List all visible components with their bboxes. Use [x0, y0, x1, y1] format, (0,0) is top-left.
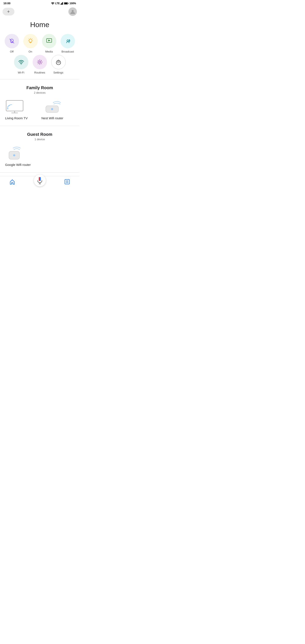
- svg-point-25: [39, 61, 41, 63]
- svg-line-33: [38, 63, 38, 64]
- wifi-circle: [14, 55, 28, 69]
- family-room-section: Family Room 2 devices Living Room TV: [0, 81, 80, 124]
- google-wifi-svg: [5, 144, 26, 161]
- settings-circle: [51, 55, 66, 69]
- home-nav-button[interactable]: [8, 178, 16, 186]
- action-on[interactable]: On: [23, 34, 38, 53]
- lte-label: LTE: [55, 2, 60, 5]
- guest-room-count: 1 device: [4, 138, 76, 141]
- lightbulb-off-icon: [9, 38, 15, 44]
- svg-rect-43: [12, 182, 13, 184]
- svg-rect-47: [40, 177, 41, 181]
- device-living-room-tv[interactable]: Living Room TV: [4, 98, 40, 122]
- svg-point-42: [13, 154, 15, 156]
- battery-pct: 100%: [70, 2, 76, 5]
- battery-icon: [64, 2, 68, 5]
- home-nav-icon: [9, 179, 15, 185]
- wifi-label: Wi-Fi: [18, 71, 24, 74]
- svg-point-23: [67, 40, 68, 42]
- action-routines[interactable]: Routines: [32, 55, 48, 74]
- status-right: LTE 100%: [51, 2, 76, 5]
- user-icon: [70, 9, 76, 14]
- actions-row-1: Off On: [4, 34, 76, 53]
- settings-label: Settings: [54, 71, 63, 74]
- broadcast-label: Broadcast: [62, 50, 74, 53]
- add-button[interactable]: +: [2, 8, 14, 16]
- action-off[interactable]: Off: [4, 34, 20, 53]
- svg-rect-4: [62, 2, 63, 5]
- google-wifi-icon: [5, 146, 26, 161]
- broadcast-icon: [64, 38, 71, 44]
- off-label: Off: [10, 50, 14, 53]
- avatar[interactable]: [68, 8, 77, 16]
- status-bar: 10:00 LTE 100%: [0, 0, 80, 6]
- family-room-title: Family Room: [4, 85, 76, 90]
- on-circle: [23, 34, 38, 48]
- app-header: +: [0, 6, 80, 18]
- mic-icon: [37, 177, 43, 184]
- action-media[interactable]: Media: [42, 34, 57, 53]
- svg-line-32: [41, 60, 42, 61]
- chromecast-tv-svg: [5, 99, 24, 114]
- device-google-wifi[interactable]: Google Wifi router: [4, 144, 76, 168]
- wifi-status-icon: [51, 2, 54, 5]
- svg-point-0: [52, 4, 53, 5]
- guest-room-title: Guest Room: [4, 132, 76, 137]
- svg-rect-2: [61, 3, 62, 5]
- guest-room-section: Guest Room 1 device Google Wifi router: [0, 128, 80, 171]
- svg-rect-36: [7, 108, 8, 109]
- action-settings[interactable]: Settings: [51, 55, 66, 74]
- status-time: 10:00: [4, 2, 10, 5]
- media-circle: [42, 34, 56, 48]
- svg-line-19: [28, 38, 29, 39]
- bottom-nav: [0, 176, 80, 188]
- nest-wifi-svg: [42, 99, 63, 114]
- list-nav-button[interactable]: [63, 178, 71, 186]
- action-wifi[interactable]: Wi-Fi: [14, 55, 29, 74]
- svg-point-24: [21, 64, 22, 65]
- media-label: Media: [45, 50, 53, 53]
- svg-rect-1: [60, 4, 61, 5]
- svg-rect-6: [64, 2, 68, 4]
- off-circle: [5, 34, 19, 48]
- lightbulb-on-icon: [27, 38, 34, 44]
- section-divider-3: [0, 172, 80, 173]
- routines-label: Routines: [34, 71, 45, 74]
- svg-rect-7: [68, 3, 68, 4]
- tv-icon: [5, 99, 24, 114]
- guest-room-devices: Google Wifi router: [4, 144, 76, 168]
- actions-row-2: Wi-Fi Routines: [14, 55, 66, 74]
- svg-point-13: [29, 39, 32, 42]
- device-nest-wifi[interactable]: Nest Wifi router: [40, 98, 76, 122]
- svg-point-40: [51, 108, 53, 110]
- page-title: Home: [0, 20, 80, 29]
- svg-line-31: [41, 63, 42, 64]
- svg-rect-3: [62, 2, 62, 5]
- svg-marker-22: [48, 40, 50, 41]
- svg-point-8: [72, 10, 74, 12]
- google-wifi-name: Google Wifi router: [5, 163, 31, 166]
- mic-fab[interactable]: [34, 174, 46, 186]
- svg-rect-46: [39, 177, 40, 181]
- routines-circle: [32, 55, 47, 69]
- living-room-tv-name: Living Room TV: [5, 116, 28, 120]
- action-broadcast[interactable]: Broadcast: [60, 34, 76, 53]
- settings-gear-icon: [55, 59, 62, 65]
- nest-wifi-name: Nest Wifi router: [42, 116, 63, 120]
- svg-line-17: [32, 38, 32, 39]
- signal-icon: [60, 2, 63, 5]
- section-divider-2: [0, 126, 80, 126]
- svg-line-30: [38, 60, 38, 61]
- on-label: On: [28, 50, 32, 53]
- svg-point-34: [58, 61, 59, 63]
- section-divider-1: [0, 79, 80, 80]
- nest-wifi-icon: [42, 99, 63, 114]
- media-play-icon: [46, 38, 52, 44]
- family-room-count: 2 devices: [4, 91, 76, 94]
- family-room-devices: Living Room TV Nest Wifi router: [4, 98, 76, 122]
- quick-actions: Off On: [0, 34, 80, 74]
- routines-sun-icon: [37, 59, 43, 65]
- broadcast-circle: [60, 34, 75, 48]
- wifi-icon: [18, 59, 24, 65]
- list-nav-icon: [64, 179, 70, 185]
